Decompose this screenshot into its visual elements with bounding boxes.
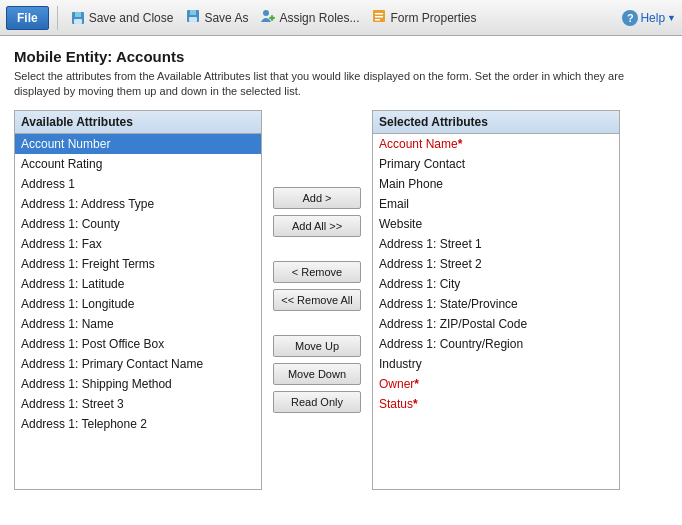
selected-panel-header: Selected Attributes (373, 111, 619, 134)
svg-rect-13 (375, 19, 380, 21)
svg-rect-4 (190, 10, 196, 15)
save-close-label: Save and Close (89, 11, 174, 25)
remove-all-button[interactable]: << Remove All (273, 289, 361, 311)
move-down-button[interactable]: Move Down (273, 363, 361, 385)
available-list-item[interactable]: Address 1: Fax (15, 234, 261, 254)
selected-list-container: Account Name*Primary ContactMain PhoneEm… (373, 134, 619, 489)
save-close-icon (70, 10, 86, 26)
help-icon: ? (622, 10, 638, 26)
selected-list-item[interactable]: Primary Contact (373, 154, 619, 174)
panels-container: Available Attributes Account NumberAccou… (14, 110, 668, 490)
available-list-item[interactable]: Address 1: Street 3 (15, 394, 261, 414)
toolbar: File Save and Close Save As Assign Roles… (0, 0, 682, 36)
available-list-item[interactable]: Address 1: County (15, 214, 261, 234)
svg-rect-11 (375, 13, 383, 15)
selected-list-item[interactable]: Account Name* (373, 134, 619, 154)
available-list-item[interactable]: Address 1: Primary Contact Name (15, 354, 261, 374)
read-only-button[interactable]: Read Only (273, 391, 361, 413)
toolbar-right: ? Help ▼ (622, 10, 676, 26)
available-items-list[interactable]: Account NumberAccount RatingAddress 1Add… (15, 134, 261, 489)
available-panel-header: Available Attributes (15, 111, 261, 134)
move-up-button[interactable]: Move Up (273, 335, 361, 357)
selected-list-item[interactable]: Address 1: Street 2 (373, 254, 619, 274)
available-list-item[interactable]: Address 1: Latitude (15, 274, 261, 294)
available-list-item[interactable]: Address 1 (15, 174, 261, 194)
selected-attributes-panel: Selected Attributes Account Name*Primary… (372, 110, 620, 490)
svg-rect-1 (75, 12, 81, 17)
selected-list-item[interactable]: Owner* (373, 374, 619, 394)
save-close-button[interactable]: Save and Close (66, 8, 178, 28)
help-button[interactable]: ? Help ▼ (622, 10, 676, 26)
add-button[interactable]: Add > (273, 187, 361, 209)
available-list-item[interactable]: Address 1: Telephone 2 (15, 414, 261, 434)
available-list-item[interactable]: Address 1: Name (15, 314, 261, 334)
selected-list-item[interactable]: Main Phone (373, 174, 619, 194)
save-as-label: Save As (204, 11, 248, 25)
selected-list-item[interactable]: Address 1: City (373, 274, 619, 294)
save-as-button[interactable]: Save As (181, 6, 252, 29)
available-list-item[interactable]: Address 1: Post Office Box (15, 334, 261, 354)
form-properties-button[interactable]: Form Properties (367, 6, 480, 29)
available-list-item[interactable]: Address 1: Address Type (15, 194, 261, 214)
page-title: Mobile Entity: Accounts (14, 48, 668, 65)
svg-point-6 (263, 10, 269, 16)
selected-list-item[interactable]: Email (373, 194, 619, 214)
available-list-item[interactable]: Account Number (15, 134, 261, 154)
selected-list-item[interactable]: Address 1: State/Province (373, 294, 619, 314)
main-content: Mobile Entity: Accounts Select the attri… (0, 36, 682, 525)
add-all-button[interactable]: Add All >> (273, 215, 361, 237)
page-description: Select the attributes from the Available… (14, 69, 668, 100)
available-list-item[interactable]: Address 1: Freight Terms (15, 254, 261, 274)
assign-roles-button[interactable]: Assign Roles... (256, 6, 363, 29)
available-list-container: Account NumberAccount RatingAddress 1Add… (15, 134, 261, 489)
file-button[interactable]: File (6, 6, 49, 30)
selected-items-list[interactable]: Account Name*Primary ContactMain PhoneEm… (373, 134, 619, 489)
available-list-item[interactable]: Account Rating (15, 154, 261, 174)
available-list-item[interactable]: Address 1: Shipping Method (15, 374, 261, 394)
form-properties-icon (371, 8, 387, 27)
save-as-icon (185, 8, 201, 27)
assign-roles-icon (260, 8, 276, 27)
help-label: Help (640, 11, 665, 25)
available-list-item[interactable]: Address 1: Longitude (15, 294, 261, 314)
remove-button[interactable]: < Remove (273, 261, 361, 283)
selected-list-item[interactable]: Industry (373, 354, 619, 374)
svg-rect-12 (375, 16, 383, 18)
action-buttons-panel: Add > Add All >> < Remove << Remove All … (262, 110, 372, 490)
assign-roles-label: Assign Roles... (279, 11, 359, 25)
toolbar-separator-1 (57, 6, 58, 30)
available-attributes-panel: Available Attributes Account NumberAccou… (14, 110, 262, 490)
selected-list-item[interactable]: Address 1: Street 1 (373, 234, 619, 254)
selected-list-item[interactable]: Address 1: ZIP/Postal Code (373, 314, 619, 334)
form-properties-label: Form Properties (390, 11, 476, 25)
selected-list-item[interactable]: Address 1: Country/Region (373, 334, 619, 354)
selected-list-item[interactable]: Website (373, 214, 619, 234)
selected-list-item[interactable]: Status* (373, 394, 619, 414)
svg-rect-2 (74, 19, 82, 24)
svg-rect-5 (189, 17, 197, 22)
help-dropdown-icon: ▼ (667, 13, 676, 23)
